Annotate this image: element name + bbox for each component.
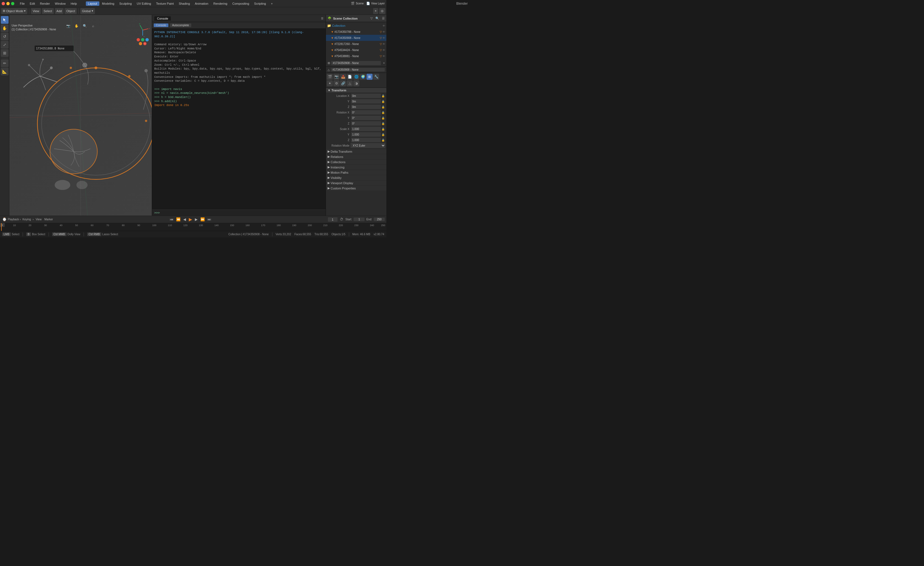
workspace-modeling[interactable]: Modeling <box>100 2 117 6</box>
prop-tab-constraints[interactable]: 🔗 <box>340 80 346 86</box>
lock-icon-rot-x[interactable]: 🔒 <box>381 111 385 114</box>
eye-icon-0[interactable]: 👁 <box>382 24 385 27</box>
z-axis-circle[interactable] <box>146 38 149 41</box>
viewport-canvas[interactable]: User Perspective (1) Collection | #17343… <box>9 15 152 216</box>
gizmo-search[interactable]: ⌕ <box>90 23 96 29</box>
location-z-value[interactable]: 0m <box>351 105 381 109</box>
next-keyframe-button[interactable]: ⏩ <box>200 217 206 222</box>
rotation-x-value[interactable]: 0° <box>351 110 381 114</box>
workspace-shading[interactable]: Shading <box>177 2 192 6</box>
location-x-value[interactable]: 0m <box>351 94 381 98</box>
lock-icon-rot-z[interactable]: 🔒 <box>381 122 385 125</box>
menu-edit[interactable]: Edit <box>28 2 37 6</box>
jump-start-button[interactable]: ⏮ <box>169 217 174 222</box>
prop-tab-scene2[interactable]: 🌐 <box>353 74 359 80</box>
location-y-value[interactable]: 0m <box>351 99 381 104</box>
timeline-mode-icon[interactable]: ⌚ <box>2 217 7 222</box>
prev-frame-button[interactable]: ◀ <box>183 217 187 222</box>
lock-icon-scale-z[interactable]: 🔒 <box>381 139 385 142</box>
jump-end-button[interactable]: ⏭ <box>207 217 212 222</box>
close-circle[interactable]: × <box>143 42 147 45</box>
outliner-item-3[interactable]: ▼ #722817260 - None ▽ 👁 <box>326 41 386 47</box>
gizmo-pan[interactable]: ✋ <box>73 23 80 29</box>
w-axis-circle[interactable] <box>139 42 142 45</box>
clock-icon[interactable]: ⏱ <box>339 217 344 222</box>
outliner-item-4[interactable]: ▼ #754534424 - None ▽ 👁 <box>326 47 386 53</box>
workspace-compositing[interactable]: Compositing <box>230 2 251 6</box>
timeline-scrubber[interactable] <box>1 223 2 231</box>
lock-icon-loc-z[interactable]: 🔒 <box>381 105 385 108</box>
close-button[interactable] <box>2 2 5 5</box>
workspace-animation[interactable]: Animation <box>193 2 211 6</box>
scale-z-value[interactable]: 1.000 <box>351 138 381 142</box>
console-btn[interactable]: Console <box>154 24 168 27</box>
workspace-sculpting[interactable]: Sculpting <box>117 2 134 6</box>
delta-transform-section[interactable]: ▶ Delta Transform <box>326 149 386 154</box>
keying-menu[interactable]: Keying <box>22 218 31 221</box>
prev-keyframe-button[interactable]: ⏪ <box>176 217 181 222</box>
select-menu-button[interactable]: Select <box>42 8 54 14</box>
eye-icon-2[interactable]: 👁 <box>382 36 385 39</box>
console-options[interactable]: ☰ <box>321 17 324 20</box>
outliner-item-2[interactable]: ▼ #1734350908 - None ▽ 👁 <box>326 35 386 41</box>
playback-chevron[interactable]: ▾ <box>20 218 21 221</box>
collections-section[interactable]: ▶ Collections <box>326 159 386 164</box>
object-selector-sub[interactable]: #1734350908 - None <box>331 68 385 72</box>
filter-icon[interactable]: ▽ <box>370 17 373 20</box>
annotate-tool[interactable]: ✏ <box>1 59 9 67</box>
prop-tab-modifiers[interactable]: 🔧 <box>373 74 379 80</box>
prop-tab-world[interactable]: 🌍 <box>360 74 366 80</box>
next-frame-button[interactable]: ▶ <box>194 217 198 222</box>
rotation-y-value[interactable]: 0° <box>351 116 381 120</box>
proportional-button[interactable]: ◎ <box>379 8 385 14</box>
menu-render[interactable]: Render <box>38 2 52 6</box>
menu-window[interactable]: Window <box>53 2 68 6</box>
move-tool[interactable]: ✋ <box>1 24 9 32</box>
editor-type-button[interactable]: ⊞ Object Mode ▾ <box>1 8 27 14</box>
relations-section[interactable]: ▶ Relations <box>326 154 386 159</box>
maximize-button[interactable] <box>11 2 14 5</box>
workspace-rendering[interactable]: Rendering <box>211 2 230 6</box>
scale-x-value[interactable]: 1.000 <box>351 127 381 131</box>
prop-tab-particles[interactable]: ✦ <box>327 80 333 86</box>
prop-close[interactable]: × <box>383 62 385 65</box>
outliner-item-5[interactable]: ▼ #754538881 - None ▽ 👁 <box>326 53 386 59</box>
prop-tab-output[interactable]: 📤 <box>340 74 346 80</box>
minimize-button[interactable] <box>6 2 10 5</box>
workspace-scripting[interactable]: Scripting <box>252 2 268 6</box>
eye-icon-3[interactable]: 👁 <box>382 42 385 45</box>
prop-tab-view-layer[interactable]: 📄 <box>346 74 353 80</box>
motion-paths-section[interactable]: ▶ Motion Paths <box>326 170 386 175</box>
add-menu-button[interactable]: Add <box>55 8 64 14</box>
global-transform-button[interactable]: Global ▾ <box>80 8 95 14</box>
custom-properties-section[interactable]: ▶ Custom Properties <box>326 186 386 191</box>
console-tab[interactable]: Console <box>154 16 171 21</box>
add-workspace-button[interactable]: + <box>269 2 275 6</box>
eye-icon-1[interactable]: 👁 <box>382 30 385 33</box>
gizmo-zoom[interactable]: 🔍 <box>81 23 88 29</box>
rotate-tool[interactable]: ↺ <box>1 33 9 40</box>
workspace-layout[interactable]: Layout <box>86 2 99 6</box>
lock-icon-scale-y[interactable]: 🔒 <box>381 133 385 136</box>
search-icon[interactable]: 🔍 <box>375 17 379 20</box>
keying-chevron[interactable]: ▾ <box>33 218 34 221</box>
x-axis-circle[interactable] <box>136 38 140 41</box>
menu-file[interactable]: File <box>18 2 27 6</box>
autocomplete-btn[interactable]: Autocomplete <box>170 24 191 27</box>
scale-y-value[interactable]: 1.000 <box>351 132 381 137</box>
scale-tool[interactable]: ⤢ <box>1 41 9 49</box>
object-selector-top[interactable]: #1734350908 - None <box>331 61 381 65</box>
current-frame-display[interactable]: 1 <box>328 217 338 222</box>
prop-tab-physics[interactable]: ⚙ <box>333 80 339 86</box>
prop-tab-scene[interactable]: 🎬 <box>327 74 333 80</box>
menu-help[interactable]: Help <box>69 2 79 6</box>
y-axis-circle[interactable] <box>141 38 144 41</box>
timeline-bar[interactable]: 1 10 20 30 40 50 60 70 80 90 100 110 120… <box>0 223 386 231</box>
transform-section-title[interactable]: ▼ Transform <box>326 88 386 93</box>
eye-icon-5[interactable]: 👁 <box>382 55 385 58</box>
cursor-tool[interactable] <box>1 16 9 24</box>
rotation-z-value[interactable]: 0° <box>351 121 381 126</box>
viewport-display-section[interactable]: ▶ Viewport Display <box>326 180 386 185</box>
end-frame-input[interactable] <box>374 218 385 221</box>
console-input[interactable] <box>162 211 324 215</box>
